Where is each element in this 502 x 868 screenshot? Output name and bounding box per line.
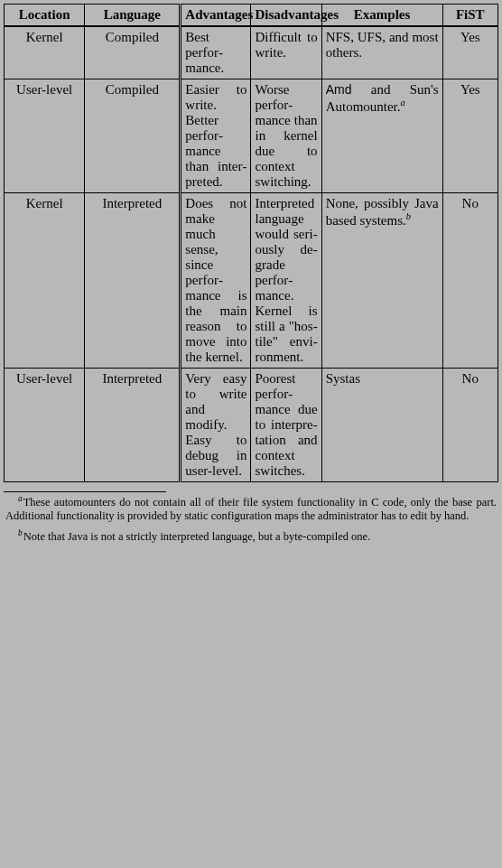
header-disadvantages: Disadvantages [251,5,321,27]
cell-disadvantages: Poorest perfor­mance due to inter­pre­ta… [251,369,321,482]
table-row: Kernel Interpreted Does not make much se… [5,193,498,369]
footnote-ref-a: a [401,98,405,107]
footnote-a: aThese automounters do not contain all o… [0,494,502,528]
cell-advantages: Does not make much sense, since perfor­m… [181,193,251,369]
footnote-a-text: These automounters do not contain all of… [5,496,497,522]
cell-examples: NFS, UFS, and most others. [321,26,442,79]
cell-location: Kernel [5,26,85,79]
cell-language: Compiled [85,79,181,193]
footnote-b-text: Note that Java is not a strictly interpr… [23,530,371,543]
cell-disadvantages: Interpreted lan­guage would seri­ously d… [251,193,321,369]
cell-language: Compiled [85,26,181,79]
cell-location: Kernel [5,193,85,369]
cell-advantages: Very easy to write and modify. Easy to d… [181,369,251,482]
table-row: User-level Compiled Easier to write. Bet… [5,79,498,193]
header-examples: Examples [321,5,442,27]
cell-language: Interpreted [85,193,181,369]
cell-examples: None, possibly Java based sys­tems.b [321,193,442,369]
amd-label: Amd [326,82,352,97]
header-fist: FiST [442,5,497,27]
examples-text: None, possibly Java based sys­tems. [326,196,439,228]
cell-fist: No [442,193,497,369]
footnote-ref-b: b [406,211,411,221]
cell-disadvantages: Difficult to write. [251,26,321,79]
cell-examples: Amd and Sun's Automounter.a [321,79,442,193]
cell-advantages: Easier to write. Better perfor­mance tha… [181,79,251,193]
table-row: User-level Interpreted Very easy to writ… [5,369,498,482]
comparison-table-wrap: Location Language Advantages Disadvantag… [0,0,502,486]
comparison-table: Location Language Advantages Disadvantag… [4,4,498,482]
cell-fist: No [442,369,497,482]
header-location: Location [5,5,85,27]
footnote-marker-b: b [18,528,23,537]
header-language: Language [85,5,181,27]
cell-location: User-level [5,79,85,193]
footnote-marker-a: a [18,494,23,503]
cell-examples: Systas [321,369,442,482]
cell-fist: Yes [442,79,497,193]
footnote-b: bNote that Java is not a strictly interp… [0,528,502,549]
cell-location: User-level [5,369,85,482]
table-header-row: Location Language Advantages Disadvantag… [5,5,498,27]
cell-advantages: Best perfor­mance. [181,26,251,79]
cell-language: Interpreted [85,369,181,482]
cell-fist: Yes [442,26,497,79]
cell-disadvantages: Worse perfor­mance than in kernel due to… [251,79,321,193]
table-row: Kernel Compiled Best perfor­mance. Diffi… [5,26,498,79]
header-advantages: Advantages [181,5,251,27]
